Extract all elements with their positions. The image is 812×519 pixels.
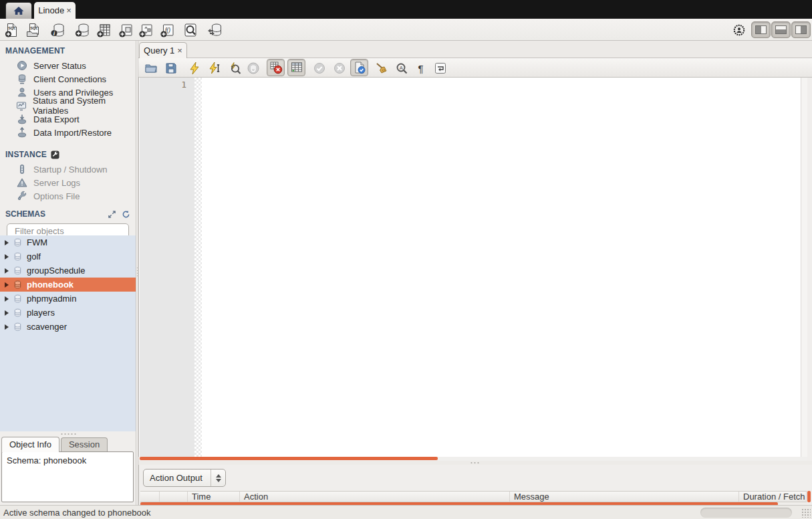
output-type-select[interactable]: Action Output <box>143 469 226 487</box>
column-header-time[interactable]: Time <box>188 492 240 502</box>
editor-vertical-scrollbar[interactable] <box>801 78 807 457</box>
spinner-icon[interactable] <box>211 470 225 486</box>
account-button[interactable] <box>730 21 748 39</box>
schemas-section-title: SCHEMAS <box>5 209 102 219</box>
sidebar-bottom-tabs: Object Info Session <box>1 436 108 452</box>
toggle-autocommit-button[interactable] <box>350 59 368 76</box>
left-sidebar-toggle-icon <box>755 25 767 34</box>
schema-row-phonebook[interactable]: phonebook <box>0 278 136 292</box>
open-file-button[interactable] <box>144 61 158 76</box>
sidebar-item-server-status[interactable]: Server Status <box>0 59 136 72</box>
toggle-wrap-button[interactable] <box>433 61 448 76</box>
editor-horizontal-scrollbar-thumb[interactable] <box>140 457 438 460</box>
close-icon[interactable]: × <box>66 5 72 15</box>
expander-icon[interactable] <box>5 296 9 302</box>
expander-icon[interactable] <box>5 268 9 274</box>
expand-arrows-icon <box>108 210 116 219</box>
schema-row-players[interactable]: players <box>0 306 136 320</box>
create-schema-button[interactable] <box>74 21 91 39</box>
schema-filter-input[interactable] <box>15 226 132 236</box>
clear-query-button[interactable] <box>374 61 389 76</box>
sidebar-item-data-import[interactable]: Data Import/Restore <box>0 126 136 139</box>
window-resize-grip[interactable] <box>801 508 811 518</box>
explain-plan-button[interactable] <box>227 61 242 76</box>
lightning-bolt-icon <box>188 62 201 75</box>
expander-icon[interactable] <box>5 254 9 260</box>
sql-editor[interactable]: 1 <box>138 78 807 457</box>
home-tab[interactable] <box>5 2 32 19</box>
schema-inspector-button[interactable]: i <box>49 21 66 39</box>
create-function-button[interactable]: f() <box>159 21 176 39</box>
sidebar-item-server-logs[interactable]: Server Logs <box>0 176 136 189</box>
schema-row-scavenger[interactable]: scavenger <box>0 320 136 334</box>
right-sidebar-toggle-icon <box>795 25 807 34</box>
tab-session[interactable]: Session <box>61 437 108 452</box>
commit-button[interactable] <box>312 61 327 76</box>
create-view-button[interactable] <box>118 21 135 39</box>
show-invisibles-button[interactable]: ¶ <box>414 61 429 76</box>
schema-row-golf[interactable]: golf <box>0 249 136 264</box>
database-icon <box>13 252 22 261</box>
find-button[interactable]: A <box>394 61 409 76</box>
home-icon <box>13 5 25 17</box>
open-sql-script-button[interactable]: SQL <box>25 21 42 39</box>
status-bar: Active schema changed to phonebook <box>0 505 812 519</box>
tab-query-1[interactable]: Query 1 × <box>139 42 187 58</box>
line-number: 1 <box>181 80 186 90</box>
schema-row-fwm[interactable]: FWM <box>0 235 136 249</box>
schema-row-groupschedule[interactable]: groupSchedule <box>0 264 136 278</box>
svg-text:SQL: SQL <box>30 26 38 30</box>
execute-all-button[interactable] <box>187 61 202 76</box>
new-query-tab-button[interactable]: SQL <box>3 21 21 39</box>
connection-tab-linode[interactable]: Linode × <box>34 2 76 19</box>
client-connections-icon <box>16 74 27 84</box>
save-button[interactable] <box>164 61 178 76</box>
toggle-output-area-button[interactable] <box>771 21 791 38</box>
lightning-cursor-icon <box>208 62 221 75</box>
column-header-message[interactable]: Message <box>510 492 739 502</box>
create-table-icon <box>96 22 112 38</box>
search-table-data-button[interactable] <box>182 21 199 39</box>
expand-schemas-button[interactable] <box>108 210 116 219</box>
execute-current-button[interactable] <box>207 61 222 76</box>
schema-tree: FWM golf groupSchedule phonebook phpmyad <box>0 235 136 431</box>
open-sql-script-icon: SQL <box>25 22 41 38</box>
sidebar-item-status-system-variables[interactable]: Status and System Variables <box>0 99 136 112</box>
expander-icon[interactable] <box>5 324 9 330</box>
connection-tab-label: Linode <box>38 5 64 15</box>
refresh-schemas-button[interactable] <box>122 210 130 219</box>
limit-rows-button[interactable] <box>287 59 305 76</box>
schema-row-phpmyadmin[interactable]: phpmyadmin <box>0 292 136 306</box>
sidebar-item-client-connections[interactable]: Client Connections <box>0 72 136 86</box>
column-header-duration[interactable]: Duration / Fetch <box>739 492 807 502</box>
close-icon[interactable]: × <box>177 45 182 56</box>
rollback-button[interactable] <box>332 61 347 76</box>
column-header-blank2[interactable] <box>160 492 188 502</box>
expander-icon[interactable] <box>5 282 9 288</box>
create-table-button[interactable] <box>96 21 113 39</box>
reconnect-dbms-button[interactable] <box>206 21 223 39</box>
database-icon <box>13 238 22 247</box>
toggle-right-sidebar-button[interactable] <box>791 21 811 38</box>
toggle-left-sidebar-button[interactable] <box>751 21 771 38</box>
database-icon <box>13 322 22 331</box>
create-procedure-button[interactable] <box>138 21 155 39</box>
query-tab-label: Query 1 <box>144 45 174 56</box>
tab-object-info[interactable]: Object Info <box>1 437 59 452</box>
expander-icon[interactable] <box>5 310 9 316</box>
toggle-stop-on-error-button[interactable] <box>267 59 285 76</box>
sidebar-item-startup-shutdown[interactable]: Startup / Shutdown <box>0 163 136 176</box>
account-icon <box>733 24 745 36</box>
sidebar-item-options-file[interactable]: Options File <box>0 189 136 203</box>
output-vertical-scrollbar-thumb[interactable] <box>807 491 811 502</box>
column-header-blank1[interactable] <box>140 492 160 502</box>
sidebar-splitter-handle[interactable] <box>60 433 78 435</box>
rollback-x-icon <box>333 62 346 75</box>
startup-shutdown-icon <box>16 164 27 175</box>
stop-execution-button[interactable] <box>246 61 261 76</box>
expander-icon[interactable] <box>5 240 9 245</box>
column-header-action[interactable]: Action <box>240 492 510 502</box>
warning-triangle-icon <box>16 177 27 188</box>
output-type-label: Action Output <box>144 473 211 483</box>
status-progress-area <box>700 508 792 518</box>
